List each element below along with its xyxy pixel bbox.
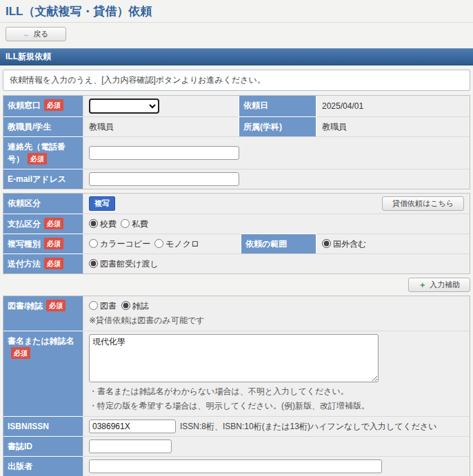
copy-type-radio-color[interactable]	[89, 239, 98, 248]
title-textarea[interactable]: 現代化學	[89, 334, 379, 382]
phone-row: 連絡先（電話番号）必須	[3, 136, 470, 169]
scope-option-overseas[interactable]: 国外含む	[322, 238, 366, 250]
publisher-cell	[83, 457, 470, 476]
biblio-id-input[interactable]	[89, 439, 172, 453]
copy-type-option-mono[interactable]: モノクロ	[154, 238, 199, 250]
isbn-row: ISBN/ISSN ISSN:8桁、ISBN:10桁(または13桁)ハイフンなし…	[3, 416, 470, 436]
request-category-table: 依頼区分 複写 貸借依頼はこちら 支払区分必須 校費 私費 複写種別必須 カラー…	[3, 193, 470, 274]
email-input[interactable]	[89, 172, 239, 186]
staff-student-cell: 教職員	[83, 117, 239, 136]
material-note: ※貸借依頼は図書のみ可能です	[89, 313, 464, 328]
field-label-scope: 依頼の範囲	[241, 234, 316, 253]
field-label-material: 図書/雑誌必須	[3, 296, 83, 331]
payment-radio-private[interactable]	[121, 219, 130, 228]
request-date-value: 2025/04/01	[322, 101, 363, 111]
biblio-id-row: 書誌ID	[3, 436, 470, 456]
title-cell: 現代化學 ・書名または雑誌名がわからない場合は、不明と入力してください。 ・特定…	[83, 331, 470, 416]
field-label-biblio-id: 書誌ID	[3, 436, 83, 456]
input-assist-button[interactable]: ＋入力補助	[408, 278, 470, 292]
email-row: E-mailアドレス	[3, 169, 470, 189]
required-badge: 必須	[46, 300, 66, 311]
payment-radio-public[interactable]	[89, 219, 98, 228]
publisher-input[interactable]	[89, 459, 382, 473]
phone-cell	[83, 137, 470, 169]
field-label-phone: 連絡先（電話番号）必須	[3, 136, 83, 169]
phone-input[interactable]	[89, 146, 239, 160]
payment-option-public[interactable]: 校費	[89, 218, 117, 230]
biblio-id-cell	[83, 437, 470, 456]
payment-row: 支払区分必須 校費 私費	[3, 214, 470, 234]
field-label-isbn: ISBN/ISSN	[3, 416, 83, 436]
basic-info-table: 依頼窓口必須 依頼日 2025/04/01 教職員/学生 教職員 所属(学科) …	[3, 95, 470, 189]
field-label-category: 依頼区分	[3, 194, 83, 214]
info-message: 依頼情報を入力のうえ、[入力内容確認]ボタンよりお進みください。	[3, 70, 470, 91]
category-cell: 複写 貸借依頼はこちら	[83, 194, 470, 214]
isbn-cell: ISSN:8桁、ISBN:10桁(または13桁)ハイフンなしで入力してください	[83, 417, 470, 436]
category-copy-badge[interactable]: 複写	[89, 196, 115, 211]
title-row: 書名または雑誌名 必須 現代化學 ・書名または雑誌名がわからない場合は、不明と入…	[3, 331, 470, 416]
required-badge: 必須	[11, 347, 30, 359]
delivery-cell: 図書館受け渡し	[83, 254, 470, 273]
publisher-row: 出版者	[3, 456, 470, 476]
material-radio-journal[interactable]	[121, 301, 130, 310]
plus-icon: ＋	[419, 280, 426, 289]
request-window-cell	[83, 96, 239, 116]
back-button[interactable]: ←戻る	[6, 27, 66, 41]
field-label-payment: 支払区分必須	[3, 214, 83, 234]
field-label-delivery: 送付方法必須	[3, 253, 83, 273]
back-arrow-icon: ←	[23, 30, 30, 38]
copy-type-option-color[interactable]: カラーコピー	[89, 238, 150, 250]
copy-type-radio-mono[interactable]	[154, 239, 163, 248]
material-option-journal[interactable]: 雑誌	[121, 301, 149, 311]
field-label-request-window: 依頼窓口必須	[3, 96, 83, 116]
required-badge: 必須	[28, 153, 47, 165]
scope-cell: 国外含む	[316, 234, 470, 253]
field-label-staff-student: 教職員/学生	[3, 116, 83, 136]
affiliation-cell: 教職員	[316, 117, 470, 136]
page-title: ILL（文献複写・貸借）依頼	[0, 0, 473, 22]
lending-request-button[interactable]: 貸借依頼はこちら	[382, 196, 464, 211]
field-label-request-date: 依頼日	[239, 96, 316, 116]
input-assist-row: ＋入力補助	[0, 274, 473, 292]
copy-type-cell: カラーコピー モノクロ	[83, 234, 241, 253]
title-note-2: ・特定の版を希望する場合は、明示してください。(例)新版、改訂増補版。	[89, 399, 464, 413]
email-cell	[83, 169, 470, 189]
back-button-label: 戻る	[33, 30, 48, 38]
copy-type-row: 複写種別必須 カラーコピー モノクロ 依頼の範囲 国外含む	[3, 234, 470, 253]
section-header: ILL新規依頼	[0, 48, 473, 65]
scope-radio-overseas[interactable]	[322, 239, 331, 248]
required-badge: 必須	[44, 99, 63, 111]
isbn-input[interactable]	[89, 420, 176, 433]
affiliation-value: 教職員	[322, 121, 347, 133]
ill-request-page: ILL（文献複写・貸借）依頼 ←戻る ILL新規依頼 依頼情報を入力のうえ、[入…	[0, 0, 473, 476]
material-options: 図書 雑誌	[89, 299, 464, 313]
request-window-select[interactable]	[89, 99, 159, 114]
title-divider	[0, 22, 473, 23]
material-cell: 図書 雑誌 ※貸借依頼は図書のみ可能です	[83, 296, 470, 331]
staff-student-row: 教職員/学生 教職員 所属(学科) 教職員	[3, 116, 470, 136]
required-badge: 必須	[44, 258, 63, 269]
category-row: 依頼区分 複写 貸借依頼はこちら	[3, 194, 470, 214]
staff-student-value: 教職員	[89, 121, 114, 133]
delivery-option-library[interactable]: 図書館受け渡し	[89, 258, 159, 270]
field-label-title: 書名または雑誌名 必須	[3, 331, 83, 416]
field-label-affiliation: 所属(学科)	[239, 116, 316, 136]
delivery-radio-library[interactable]	[89, 259, 98, 268]
field-label-copy-type: 複写種別必須	[3, 234, 83, 253]
material-option-book[interactable]: 図書	[89, 301, 117, 311]
input-assist-label: 入力補助	[430, 280, 460, 289]
payment-option-private[interactable]: 私費	[121, 218, 148, 230]
required-badge: 必須	[44, 218, 63, 229]
required-badge: 必須	[44, 238, 63, 249]
back-row: ←戻る	[0, 25, 473, 45]
request-date-cell: 2025/04/01	[316, 96, 470, 116]
biblio-table: 図書/雑誌必須 図書 雑誌 ※貸借依頼は図書のみ可能です 書名または雑誌名 必須…	[3, 296, 470, 476]
delivery-row: 送付方法必須 図書館受け渡し	[3, 253, 470, 273]
field-label-publisher: 出版者	[3, 456, 83, 476]
title-note-1: ・書名または雑誌名がわからない場合は、不明と入力してください。	[89, 384, 464, 399]
material-row: 図書/雑誌必須 図書 雑誌 ※貸借依頼は図書のみ可能です	[3, 296, 470, 331]
field-label-email: E-mailアドレス	[3, 169, 83, 189]
isbn-hint: ISSN:8桁、ISBN:10桁(または13桁)ハイフンなしで入力してください	[180, 421, 437, 433]
request-window-row: 依頼窓口必須 依頼日 2025/04/01	[3, 96, 470, 116]
material-radio-book[interactable]	[89, 301, 98, 310]
